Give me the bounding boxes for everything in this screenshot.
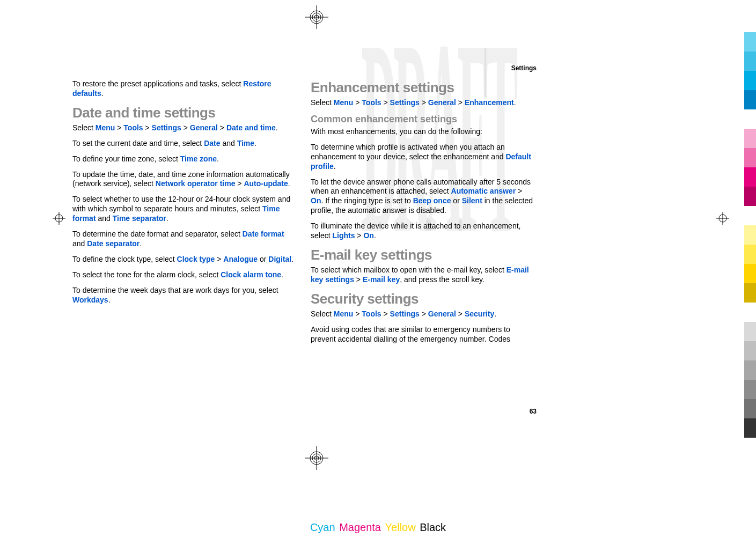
color-swatch xyxy=(744,264,756,283)
color-swatch xyxy=(744,90,756,109)
right-column: Enhancement settings Select Menu > Tools… xyxy=(311,79,536,350)
color-swatch xyxy=(744,51,756,71)
para-avoid-codes: Avoid using codes that are similar to em… xyxy=(311,325,536,344)
color-swatch xyxy=(744,283,756,303)
heading-enhancement-settings: Enhancement settings xyxy=(311,79,536,96)
color-swatch xyxy=(744,71,756,90)
para-auto-update: To update the time, date, and time zone … xyxy=(72,170,298,189)
para-email-key: To select which mailbox to open with the… xyxy=(311,266,536,285)
color-swatch xyxy=(744,167,756,187)
registration-mark-right-icon xyxy=(716,212,729,225)
color-swatch xyxy=(744,360,756,380)
print-color-bars xyxy=(744,32,756,438)
color-swatch xyxy=(744,341,756,360)
para-default-profile: To determine which profile is activated … xyxy=(311,143,536,172)
para-time-zone: To define your time zone, select Time zo… xyxy=(72,154,298,164)
heading-security-settings: Security settings xyxy=(311,291,536,307)
color-swatch xyxy=(744,322,756,341)
para-workdays: To determine the week days that are work… xyxy=(72,286,298,305)
color-swatch xyxy=(744,109,756,129)
registration-mark-left-icon xyxy=(53,212,65,225)
para-alarm-tone: To select the tone for the alarm clock, … xyxy=(72,270,298,280)
registration-mark-bottom-icon xyxy=(305,446,328,470)
para-select-date-time: Select Menu > Tools > Settings > General… xyxy=(72,123,298,133)
color-swatch xyxy=(744,245,756,264)
heading-common-enhancement: Common enhancement settings xyxy=(311,114,536,125)
color-swatch xyxy=(744,399,756,418)
heading-email-key-settings: E-mail key settings xyxy=(311,247,536,263)
footer-yellow-label: Yellow xyxy=(385,521,416,533)
para-lights: To illuminate the device while it is att… xyxy=(311,222,536,241)
registration-mark-top-icon xyxy=(305,5,328,29)
color-swatch xyxy=(744,32,756,51)
color-swatch xyxy=(744,418,756,438)
color-swatch xyxy=(744,303,756,322)
footer-color-labels: Cyan Magenta Yellow Black xyxy=(310,521,446,534)
para-automatic-answer: To let the device answer phone calls aut… xyxy=(311,178,536,216)
footer-cyan-label: Cyan xyxy=(310,521,335,533)
section-header: Settings xyxy=(511,64,537,72)
color-swatch xyxy=(744,206,756,225)
para-clock-type: To define the clock type, select Clock t… xyxy=(72,255,298,264)
heading-date-time-settings: Date and time settings xyxy=(72,105,298,121)
color-swatch xyxy=(744,148,756,167)
footer-black-label: Black xyxy=(420,521,446,533)
color-swatch xyxy=(744,225,756,245)
color-swatch xyxy=(744,187,756,206)
page-number: 63 xyxy=(530,408,537,415)
para-select-enhancement: Select Menu > Tools > Settings > General… xyxy=(311,98,536,108)
page-area: DRAFT Settings To restore the preset app… xyxy=(32,0,601,538)
para-select-security: Select Menu > Tools > Settings > General… xyxy=(311,309,536,319)
footer-magenta-label: Magenta xyxy=(339,521,381,533)
para-time-format: To select whether to use the 12-hour or … xyxy=(72,195,298,224)
left-column: To restore the preset applications and t… xyxy=(72,79,298,350)
para-restore-defaults: To restore the preset applications and t… xyxy=(72,79,298,99)
para-set-date-time: To set the current date and time, select… xyxy=(72,139,298,149)
para-date-format: To determine the date format and separat… xyxy=(72,230,298,249)
page-content: Settings To restore the preset applicati… xyxy=(72,64,539,350)
para-with-most: With most enhancements, you can do the f… xyxy=(311,127,536,137)
color-swatch xyxy=(744,129,756,148)
color-swatch xyxy=(744,380,756,399)
